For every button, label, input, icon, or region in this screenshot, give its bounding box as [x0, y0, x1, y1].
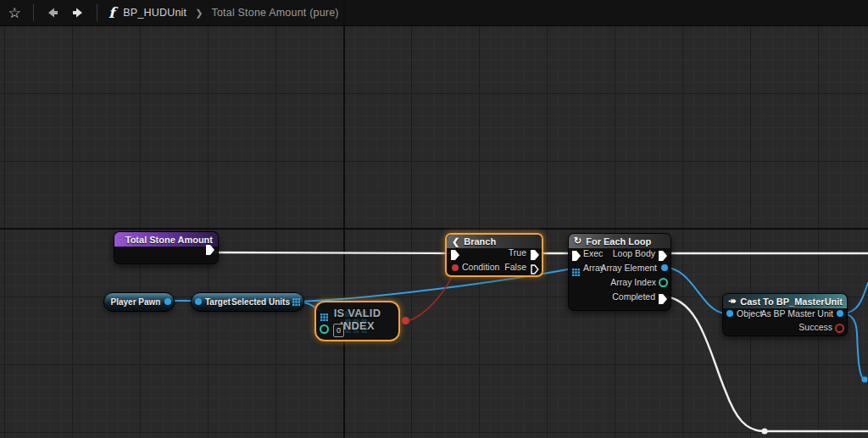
target-input-pin[interactable]	[195, 298, 202, 305]
completed-output-pin[interactable]	[659, 292, 667, 308]
exec-pin-label: Exec	[583, 248, 603, 258]
node-title: Player Pawn	[111, 297, 161, 307]
node-get-selected-units[interactable]: Target Selected Units	[191, 292, 304, 312]
back-arrow-icon	[46, 6, 59, 19]
target-pin-label: Target	[205, 297, 231, 307]
breadcrumb-parent[interactable]: BP_HUDUnit	[123, 7, 186, 19]
function-entry-icon	[120, 236, 121, 243]
false-output-pin[interactable]	[531, 263, 539, 278]
array-input-pin[interactable]	[572, 264, 580, 280]
blueprint-editor: Total Stone Amount Player Pawn Target Se…	[0, 0, 868, 438]
object-input-pin[interactable]	[726, 310, 733, 317]
node-title: Cast To BP_MasterUnit	[740, 297, 843, 307]
back-button[interactable]	[43, 3, 62, 23]
favorite-button[interactable]: ☆	[5, 3, 24, 23]
breadcrumb-toolbar: ☆ f BP_HUDUnit ❯ Total Stone Amount (pur…	[0, 0, 868, 26]
loop-body-pin-label: Loop Body	[613, 248, 655, 258]
breadcrumb-separator-icon: ❯	[195, 8, 203, 19]
wire-isvalid-to-condition[interactable]	[408, 271, 454, 321]
node-branch[interactable]: ❮ Branch Condition True False	[445, 233, 543, 277]
false-pin-label: False	[504, 262, 526, 272]
condition-input-pin[interactable]	[452, 264, 459, 271]
array-index-output-pin[interactable]	[659, 278, 668, 287]
object-pin-label: Object	[737, 308, 762, 319]
toolbar-divider	[97, 4, 97, 21]
array-element-output-pin[interactable]	[661, 264, 668, 271]
reroute-node-exec[interactable]	[761, 428, 767, 434]
array-input-pin[interactable]	[320, 309, 328, 324]
wire-exec-entry-to-branch[interactable]	[212, 252, 452, 253]
node-player-pawn[interactable]: Player Pawn	[103, 292, 175, 312]
cast-icon: ↠	[728, 297, 736, 306]
array-element-pin-label: Array Element	[600, 263, 657, 273]
as-bp-master-unit-pin-label: As BP Master Unit	[760, 308, 833, 319]
index-value-field[interactable]: 0	[333, 324, 344, 337]
array-output-pin[interactable]	[292, 298, 300, 308]
node-cast-to-bp-masterunit[interactable]: ↠ Cast To BP_MasterUnit Object As BP Mas…	[722, 293, 848, 336]
breadcrumb-current[interactable]: Total Stone Amount (pure)	[211, 7, 338, 19]
node-for-each-loop[interactable]: ↻ For Each Loop Exec Array Loop Body Arr…	[568, 233, 671, 311]
exec-output-pin[interactable]	[206, 243, 214, 258]
loop-icon: ↻	[574, 236, 581, 246]
branch-icon: ❮	[452, 237, 459, 247]
node-is-valid-index[interactable]: IS VALID INDEX 0	[314, 301, 400, 341]
output-pin-label: Selected Units	[231, 297, 290, 307]
success-output-pin[interactable]	[835, 324, 844, 333]
node-title: For Each Loop	[586, 236, 651, 247]
forward-button[interactable]	[69, 3, 87, 23]
wire-layer	[0, 0, 868, 438]
reroute-node-object[interactable]	[861, 376, 867, 382]
wire-arrayelement-to-object[interactable]	[665, 268, 726, 313]
true-pin-label: True	[509, 247, 526, 258]
success-pin-label: Success	[798, 322, 832, 332]
star-icon: ☆	[8, 6, 20, 20]
bool-output-pin[interactable]	[402, 317, 409, 324]
completed-pin-label: Completed	[612, 291, 655, 302]
node-title: IS VALID INDEX	[318, 307, 396, 332]
function-icon: f	[107, 4, 116, 21]
true-output-pin[interactable]	[531, 248, 539, 263]
exec-input-pin[interactable]	[572, 249, 581, 264]
node-title: Total Stone Amount	[125, 235, 213, 245]
array-index-pin-label: Array Index	[610, 277, 656, 287]
loop-body-output-pin[interactable]	[659, 249, 667, 264]
toolbar-divider	[33, 4, 34, 21]
object-output-pin[interactable]	[164, 298, 171, 305]
node-title: Branch	[464, 236, 496, 247]
index-input-pin[interactable]	[320, 324, 329, 334]
forward-arrow-icon	[71, 6, 85, 19]
as-bp-master-unit-output-pin[interactable]	[837, 310, 843, 317]
node-total-stone-amount[interactable]: Total Stone Amount	[114, 231, 219, 264]
condition-pin-label: Condition	[462, 262, 499, 272]
exec-input-pin[interactable]	[451, 248, 459, 263]
